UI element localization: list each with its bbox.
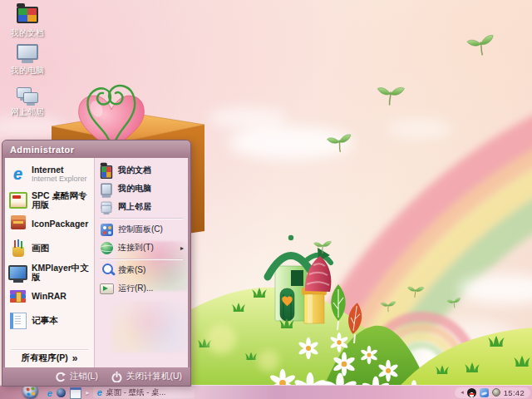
messenger-tray-icon[interactable] xyxy=(480,388,489,397)
menu-item-my-computer[interactable]: 我的电脑 xyxy=(95,180,188,198)
start-menu-header: Administrator xyxy=(2,140,190,158)
menu-item-control-panel[interactable]: 控制面板(C) xyxy=(95,220,188,239)
shutdown-label: 关闭计算机(U) xyxy=(126,371,182,382)
user-name: Administrator xyxy=(10,145,74,155)
menu-item-label: 搜索(S) xyxy=(118,264,145,276)
internet-explorer-icon: e xyxy=(8,165,27,184)
connect-globe-icon xyxy=(99,240,114,255)
submenu-arrow-icon: ▸ xyxy=(180,244,184,252)
network-places-icon xyxy=(99,200,114,214)
desktop-icon-label: 我的电脑 xyxy=(3,66,52,75)
rainbow-watermark xyxy=(111,301,188,352)
network-places-icon xyxy=(17,86,38,106)
ie-quicklaunch-icon[interactable]: e xyxy=(47,388,52,398)
menu-item-sublabel: Internet Explorer xyxy=(32,175,87,184)
menu-item-label: WinRAR xyxy=(32,292,66,301)
media-player-quicklaunch-icon[interactable] xyxy=(57,388,66,397)
menu-separator xyxy=(100,259,183,259)
desktop-icon-my-documents[interactable]: 我的文档 xyxy=(3,3,52,37)
menu-item-label: Internet xyxy=(32,165,87,175)
menu-item-notepad[interactable]: 记事本 xyxy=(5,308,94,332)
menu-item-internet[interactable]: e Internet Internet Explorer xyxy=(5,160,94,188)
menu-item-kmplayer[interactable]: KMPlayer中文版 xyxy=(5,260,94,284)
menu-item-label: 画图 xyxy=(32,244,49,253)
desktop-icon-label: 网上邻居 xyxy=(3,107,52,116)
menu-item-label: 记事本 xyxy=(32,316,58,325)
menu-item-label: IconPackager xyxy=(32,219,88,229)
menu-item-label: 运行(R)... xyxy=(118,283,153,294)
logoff-label: 注销(L) xyxy=(70,371,98,382)
shutdown-button[interactable]: 关闭计算机(U) xyxy=(111,371,182,382)
menu-item-label: 我的文档 xyxy=(118,165,151,176)
menu-item-paint[interactable]: 画图 xyxy=(5,236,94,260)
double-chevron-icon: » xyxy=(72,354,78,362)
menu-item-search[interactable]: 搜索(S) xyxy=(95,261,188,279)
start-menu: Administrator e Internet Internet Explor… xyxy=(2,140,191,387)
control-panel-icon xyxy=(99,222,114,237)
icon-packager-icon xyxy=(8,214,27,234)
all-programs-label: 所有程序(P) xyxy=(22,352,68,364)
start-menu-body: e Internet Internet Explorer SPC 桌酷网专用版 … xyxy=(5,158,188,367)
logoff-button[interactable]: 注销(L) xyxy=(55,371,98,382)
run-window-icon xyxy=(99,281,114,296)
all-programs-button[interactable]: 所有程序(P) » xyxy=(5,351,94,366)
notepad-icon xyxy=(8,311,27,330)
task-button[interactable]: e 桌面 - 壁纸 - 桌... xyxy=(93,387,195,398)
start-menu-left-column: e Internet Internet Explorer SPC 桌酷网专用版 … xyxy=(5,158,94,367)
menu-item-network-places[interactable]: 网上邻居 xyxy=(95,198,188,216)
desktop-icon-my-computer[interactable]: 我的电脑 xyxy=(3,42,52,75)
quick-launch: e ▸ xyxy=(47,387,89,398)
menu-item-iconpackager[interactable]: IconPackager xyxy=(5,212,94,236)
menu-item-label: 网上邻居 xyxy=(118,201,151,213)
my-computer-icon xyxy=(17,44,38,64)
system-tray: ◂ 15:42 xyxy=(455,387,530,398)
menu-item-winrar[interactable]: WinRAR xyxy=(5,284,94,308)
task-button-label: 桌面 - 壁纸 - 桌... xyxy=(106,387,165,398)
desktop: 我的文档 我的电脑 网上邻居 Administrator e Internet … xyxy=(0,0,532,399)
menu-item-spc[interactable]: SPC 桌酷网专用版 xyxy=(5,188,94,212)
menu-separator xyxy=(100,218,183,219)
menu-item-run[interactable]: 运行(R)... xyxy=(95,279,188,298)
ie-task-icon: e xyxy=(97,387,102,397)
clock[interactable]: 15:42 xyxy=(504,388,525,397)
my-documents-icon xyxy=(99,163,114,178)
winrar-icon xyxy=(8,287,27,306)
explorer-quicklaunch-icon[interactable] xyxy=(70,387,81,399)
menu-item-label: 控制面板(C) xyxy=(118,224,163,235)
magnifier-icon xyxy=(99,263,114,278)
volume-tray-icon[interactable] xyxy=(492,388,500,397)
quick-launch-expand-icon[interactable]: ▸ xyxy=(86,389,89,397)
power-icon xyxy=(111,372,122,382)
taskbar: e ▸ e 桌面 - 壁纸 - 桌... ◂ 15:42 xyxy=(0,385,532,399)
menu-item-my-documents[interactable]: 我的文档 xyxy=(95,161,188,180)
windows-flag-icon xyxy=(26,387,35,396)
menu-item-label: SPC 桌酷网专用版 xyxy=(32,191,91,209)
start-menu-right-column: 我的文档 我的电脑 网上邻居 控制面板(C) 连接到(T) xyxy=(94,158,188,367)
my-computer-icon xyxy=(99,181,114,196)
menu-item-connect-to[interactable]: 连接到(T) ▸ xyxy=(95,239,188,257)
menu-item-label: KMPlayer中文版 xyxy=(32,264,91,282)
menu-separator xyxy=(11,349,88,350)
menu-item-label: 连接到(T) xyxy=(118,242,154,254)
desktop-icon-network-places[interactable]: 网上邻居 xyxy=(3,86,52,116)
qq-tray-icon[interactable] xyxy=(467,388,476,397)
paint-icon xyxy=(8,239,27,258)
desktop-icon-label: 我的文档 xyxy=(3,28,52,37)
menu-item-label: 我的电脑 xyxy=(118,183,151,195)
kmplayer-icon xyxy=(8,263,27,282)
tray-collapse-icon[interactable]: ◂ xyxy=(461,389,464,396)
start-menu-footer: 注销(L) 关闭计算机(U) xyxy=(2,367,190,386)
spc-app-icon xyxy=(8,190,27,209)
logoff-icon xyxy=(55,372,66,382)
my-documents-icon xyxy=(17,7,38,27)
